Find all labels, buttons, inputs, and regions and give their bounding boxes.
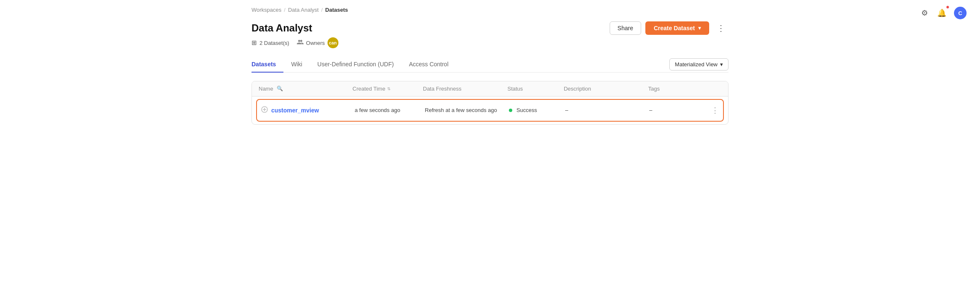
cell-tags: – — [647, 107, 704, 113]
tab-udf[interactable]: User-Defined Function (UDF) — [310, 57, 401, 73]
gear-icon: ⚙ — [921, 8, 928, 18]
grid-icon: ⊞ — [252, 39, 257, 47]
search-icon-small[interactable]: 🔍 — [277, 86, 283, 91]
col-data-freshness-label: Data Freshness — [423, 86, 461, 92]
col-data-freshness: Data Freshness — [423, 86, 507, 92]
dataset-name: customer_mview — [271, 107, 319, 114]
materialized-view-dropdown[interactable]: Materialized View ▾ — [669, 58, 728, 70]
meta-row: ⊞ 2 Dataset(s) Owners can — [252, 37, 728, 48]
col-status: Status — [507, 86, 563, 92]
dataset-name-link[interactable]: customer_mview — [261, 106, 351, 114]
cell-data-freshness: Refresh at a few seconds ago — [423, 107, 507, 113]
table-row: customer_mview a few seconds ago Refresh… — [256, 99, 724, 122]
breadcrumb-analyst[interactable]: Data Analyst — [288, 7, 319, 13]
notification-badge — [946, 5, 949, 9]
col-tags-label: Tags — [648, 86, 660, 92]
create-dataset-label: Create Dataset — [654, 25, 695, 31]
more-options-button[interactable]: ⋮ — [713, 21, 728, 35]
tabs-row: Datasets Wiki User-Defined Function (UDF… — [252, 57, 728, 73]
col-actions — [705, 86, 721, 92]
dataset-count: 2 Dataset(s) — [259, 40, 289, 46]
col-created-time: Created Time ⇅ — [353, 86, 423, 92]
col-tags: Tags — [648, 86, 705, 92]
tab-wiki[interactable]: Wiki — [283, 57, 309, 73]
tab-datasets[interactable]: Datasets — [252, 57, 283, 73]
row-more-button[interactable]: ⋮ — [705, 106, 719, 115]
col-name: Name 🔍 — [259, 86, 353, 92]
settings-icon-button[interactable]: ⚙ — [920, 7, 930, 19]
notification-icon-wrapper: 🔔 — [935, 7, 948, 19]
status-dot — [509, 109, 512, 112]
cell-row-actions: ⋮ — [704, 106, 721, 115]
table-body: customer_mview a few seconds ago Refresh… — [252, 96, 728, 124]
title-actions: Share Create Dataset ▾ ⋮ — [610, 21, 728, 35]
breadcrumb-sep-2: / — [321, 7, 323, 13]
breadcrumb-workspaces[interactable]: Workspaces — [252, 7, 281, 13]
bell-icon: 🔔 — [937, 8, 946, 18]
col-created-time-label: Created Time — [353, 86, 385, 92]
sort-icon-created-time[interactable]: ⇅ — [387, 86, 390, 91]
table-header: Name 🔍 Created Time ⇅ Data Freshness Sta… — [252, 81, 728, 96]
col-description: Description — [564, 86, 648, 92]
share-button[interactable]: Share — [610, 21, 641, 35]
user-avatar[interactable]: C — [954, 7, 967, 19]
tabs: Datasets Wiki User-Defined Function (UDF… — [252, 57, 456, 72]
dataset-type-icon — [261, 106, 268, 114]
status-label: Success — [516, 107, 537, 113]
cell-description: – — [563, 107, 647, 113]
create-dataset-button[interactable]: Create Dataset ▾ — [645, 21, 709, 35]
page-title: Data Analyst — [252, 22, 312, 34]
cell-name: customer_mview — [259, 106, 353, 114]
tab-access-control[interactable]: Access Control — [401, 57, 456, 73]
breadcrumb-current: Datasets — [325, 7, 348, 13]
cell-status: Success — [507, 107, 563, 113]
materialized-view-chevron: ▾ — [720, 61, 723, 68]
create-chevron-icon: ▾ — [698, 25, 701, 31]
col-description-label: Description — [564, 86, 591, 92]
col-name-label: Name — [259, 86, 273, 92]
owners-item: Owners can — [297, 37, 338, 48]
page-title-section: Data Analyst Share Create Dataset ▾ ⋮ — [252, 21, 728, 35]
cell-created-time: a few seconds ago — [353, 107, 423, 113]
dataset-count-item: ⊞ 2 Dataset(s) — [252, 39, 289, 47]
datasets-table: Name 🔍 Created Time ⇅ Data Freshness Sta… — [252, 81, 728, 125]
breadcrumb-sep-1: / — [284, 7, 286, 13]
owner-badge[interactable]: can — [328, 37, 338, 48]
materialized-view-label: Materialized View — [675, 61, 718, 68]
breadcrumb: Workspaces / Data Analyst / Datasets — [252, 7, 728, 13]
bell-icon-button[interactable]: 🔔 — [935, 7, 948, 19]
col-status-label: Status — [507, 86, 523, 92]
owners-icon — [297, 39, 304, 47]
owners-label: Owners — [306, 40, 325, 46]
